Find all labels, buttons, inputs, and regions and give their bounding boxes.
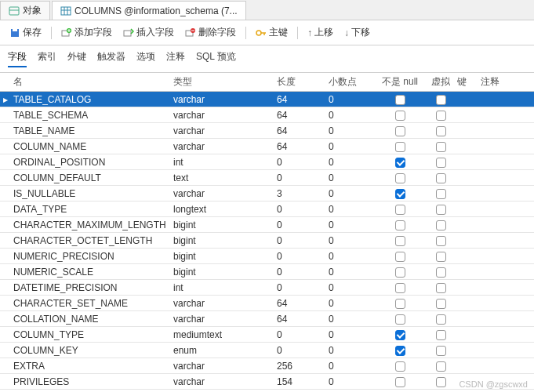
cell-name[interactable]: CHARACTER_OCTET_LENGTH <box>11 235 173 246</box>
virtual-checkbox[interactable] <box>436 158 446 168</box>
cell-type[interactable]: varchar <box>173 110 277 121</box>
cell-type[interactable]: varchar <box>173 94 277 105</box>
cell-name[interactable]: PRIVILEGES <box>11 376 173 387</box>
virtual-checkbox[interactable] <box>436 142 446 152</box>
cell-decimal[interactable]: 0 <box>329 329 376 340</box>
header-decimal[interactable]: 小数点 <box>329 75 376 89</box>
cell-length[interactable]: 154 <box>277 376 329 387</box>
table-row[interactable]: COLUMN_DEFAULTtext00 <box>0 170 534 186</box>
cell-type[interactable]: bigint <box>173 267 277 278</box>
notnull-checkbox[interactable] <box>395 205 405 215</box>
notnull-checkbox[interactable] <box>395 283 405 293</box>
cell-decimal[interactable]: 0 <box>329 172 376 183</box>
table-row[interactable]: ORDINAL_POSITIONint00 <box>0 154 534 170</box>
cell-name[interactable]: NUMERIC_SCALE <box>11 267 173 278</box>
virtual-checkbox[interactable] <box>436 189 446 199</box>
notnull-checkbox[interactable] <box>395 236 405 246</box>
header-notnull[interactable]: 不是 null <box>376 75 424 89</box>
cell-name[interactable]: EXTRA <box>11 361 173 372</box>
virtual-checkbox[interactable] <box>436 361 446 372</box>
virtual-checkbox[interactable] <box>436 173 446 183</box>
notnull-checkbox[interactable] <box>395 299 405 309</box>
notnull-checkbox[interactable] <box>395 173 405 183</box>
cell-decimal[interactable]: 0 <box>329 298 376 309</box>
virtual-checkbox[interactable] <box>436 267 446 278</box>
virtual-checkbox[interactable] <box>436 205 446 215</box>
cell-name[interactable]: DATA_TYPE <box>11 204 173 215</box>
cell-type[interactable]: int <box>173 157 277 168</box>
header-key[interactable]: 键 <box>457 75 481 89</box>
table-row[interactable]: COLUMN_NAMEvarchar640 <box>0 139 534 154</box>
table-row[interactable]: NUMERIC_SCALEbigint00 <box>0 264 534 280</box>
table-row[interactable]: TABLE_NAMEvarchar640 <box>0 123 534 139</box>
cell-name[interactable]: TABLE_NAME <box>11 125 173 136</box>
cell-decimal[interactable]: 0 <box>329 361 376 372</box>
table-row[interactable]: IS_NULLABLEvarchar30 <box>0 186 534 201</box>
cell-type[interactable]: varchar <box>173 298 277 309</box>
notnull-checkbox[interactable] <box>395 377 405 387</box>
cell-length[interactable]: 64 <box>277 141 329 152</box>
cell-decimal[interactable]: 0 <box>329 125 376 136</box>
cell-length[interactable]: 64 <box>277 94 329 105</box>
subtab-indexes[interactable]: 索引 <box>38 50 56 67</box>
cell-type[interactable]: mediumtext <box>173 329 277 340</box>
header-length[interactable]: 长度 <box>277 75 329 89</box>
table-row[interactable]: CHARACTER_MAXIMUM_LENGTHbigint00 <box>0 217 534 233</box>
virtual-checkbox[interactable] <box>436 377 446 387</box>
subtab-sql[interactable]: SQL 预览 <box>196 50 236 67</box>
notnull-checkbox[interactable] <box>395 346 405 356</box>
cell-length[interactable]: 0 <box>277 220 329 230</box>
notnull-checkbox[interactable] <box>395 314 405 325</box>
notnull-checkbox[interactable] <box>395 361 405 372</box>
cell-name[interactable]: TABLE_CATALOG <box>11 94 173 105</box>
cell-name[interactable]: CHARACTER_SET_NAME <box>11 298 173 309</box>
cell-type[interactable]: varchar <box>173 141 277 152</box>
cell-type[interactable]: bigint <box>173 220 277 230</box>
table-row[interactable]: TABLE_SCHEMAvarchar640 <box>0 107 534 123</box>
cell-type[interactable]: bigint <box>173 251 277 262</box>
table-row[interactable]: CHARACTER_OCTET_LENGTHbigint00 <box>0 233 534 249</box>
table-row[interactable]: ▸TABLE_CATALOGvarchar640 <box>0 92 534 107</box>
header-type[interactable]: 类型 <box>173 75 277 89</box>
primary-key-button[interactable]: 主键 <box>252 24 291 41</box>
virtual-checkbox[interactable] <box>436 126 446 136</box>
cell-type[interactable]: int <box>173 282 277 293</box>
header-name[interactable]: 名 <box>11 75 173 89</box>
cell-length[interactable]: 256 <box>277 361 329 372</box>
virtual-checkbox[interactable] <box>436 283 446 293</box>
virtual-checkbox[interactable] <box>436 299 446 309</box>
subtab-foreign[interactable]: 外键 <box>67 50 86 67</box>
virtual-checkbox[interactable] <box>436 314 446 325</box>
cell-name[interactable]: ORDINAL_POSITION <box>11 157 173 168</box>
table-row[interactable]: DATA_TYPElongtext00 <box>0 201 534 217</box>
header-note[interactable]: 注释 <box>481 75 512 89</box>
cell-name[interactable]: COLUMN_DEFAULT <box>11 172 173 183</box>
cell-length[interactable]: 0 <box>277 282 329 293</box>
cell-name[interactable]: IS_NULLABLE <box>11 188 173 199</box>
table-row[interactable]: PRIVILEGESvarchar1540 <box>0 374 534 390</box>
notnull-checkbox[interactable] <box>395 95 405 105</box>
table-row[interactable]: COLUMN_KEYenum00 <box>0 343 534 358</box>
notnull-checkbox[interactable] <box>395 267 405 278</box>
move-up-button[interactable]: ↑上移 <box>304 24 336 41</box>
cell-decimal[interactable]: 0 <box>329 267 376 278</box>
cell-decimal[interactable]: 0 <box>329 204 376 215</box>
cell-length[interactable]: 0 <box>277 329 329 340</box>
cell-decimal[interactable]: 0 <box>329 235 376 246</box>
cell-type[interactable]: varchar <box>173 314 277 325</box>
cell-type[interactable]: enum <box>173 345 277 356</box>
cell-type[interactable]: varchar <box>173 125 277 136</box>
virtual-checkbox[interactable] <box>436 346 446 356</box>
virtual-checkbox[interactable] <box>436 95 446 105</box>
cell-length[interactable]: 0 <box>277 267 329 278</box>
cell-length[interactable]: 3 <box>277 188 329 199</box>
cell-length[interactable]: 0 <box>277 235 329 246</box>
virtual-checkbox[interactable] <box>436 220 446 230</box>
cell-length[interactable]: 0 <box>277 345 329 356</box>
cell-name[interactable]: COLUMN_NAME <box>11 141 173 152</box>
cell-name[interactable]: CHARACTER_MAXIMUM_LENGTH <box>11 220 173 230</box>
cell-type[interactable]: varchar <box>173 188 277 199</box>
cell-decimal[interactable]: 0 <box>329 345 376 356</box>
virtual-checkbox[interactable] <box>436 252 446 262</box>
cell-length[interactable]: 0 <box>277 204 329 215</box>
